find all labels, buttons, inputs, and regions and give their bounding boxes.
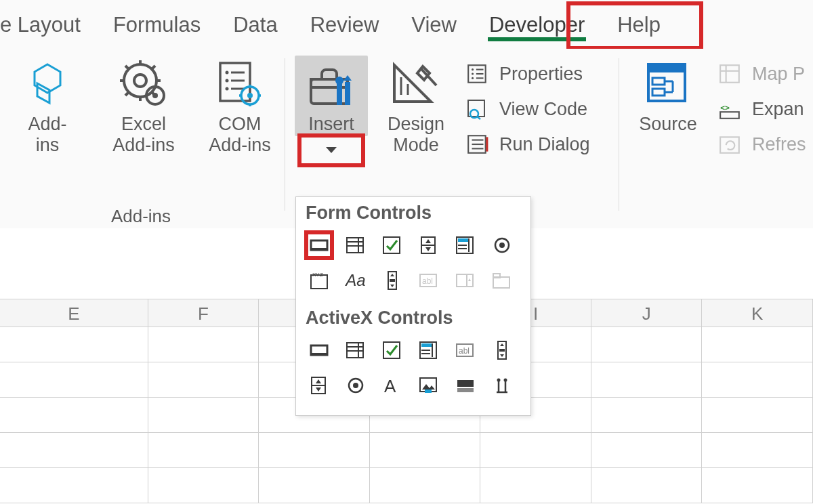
svg-rect-107 [720, 137, 739, 152]
svg-marker-89 [326, 147, 337, 153]
design-mode-label: Design Mode [388, 114, 444, 156]
run-dialog-label: Run Dialog [499, 134, 590, 155]
svg-line-65 [125, 66, 129, 70]
tab-data[interactable]: Data [217, 6, 293, 43]
run-dialog-button[interactable]: Run Dialog [464, 129, 590, 160]
svg-text:<>: <> [720, 103, 730, 112]
form-groupbox-control[interactable] [304, 266, 334, 295]
col-header-k[interactable]: K [702, 299, 813, 327]
gear-icon [115, 56, 172, 112]
refresh-data-button: Refres [717, 129, 806, 160]
expansion-packs-label: Expan [752, 99, 804, 120]
form-checkbox-control[interactable] [377, 230, 407, 260]
svg-rect-71 [220, 63, 250, 101]
tab-page-layout[interactable]: e Layout [0, 6, 97, 43]
properties-icon [464, 60, 491, 87]
group-addins-label: Add-ins [0, 206, 282, 227]
svg-rect-86 [337, 82, 342, 105]
view-code-button[interactable]: View Code [464, 93, 590, 125]
form-controls-grid: Aa [296, 230, 530, 302]
svg-rect-88 [345, 82, 350, 105]
form-label-control[interactable]: Aa [341, 266, 371, 295]
form-spinbutton-control[interactable] [414, 230, 444, 260]
form-controls-heading: Form Controls [296, 197, 530, 230]
svg-rect-98 [652, 89, 665, 96]
addins-button[interactable]: Add- ins [7, 56, 87, 156]
addins-label: Add- ins [28, 114, 66, 156]
form-combobox-control[interactable] [341, 230, 371, 260]
source-label: Source [639, 114, 697, 135]
insert-controls-button[interactable]: Insert [295, 56, 368, 136]
com-addins-label: COM Add-ins [209, 114, 271, 156]
activex-listbox[interactable] [414, 335, 444, 365]
svg-point-72 [226, 71, 229, 75]
form-listbox-control[interactable] [451, 230, 480, 260]
svg-rect-97 [652, 78, 665, 85]
insert-controls-label: Insert [308, 114, 354, 135]
insert-controls-dropdown: Form Controls Aa ActiveX Controls [295, 196, 531, 416]
expansion-packs-button[interactable]: <> Expan [717, 93, 806, 125]
excel-addins-button[interactable]: Excel Add-ins [104, 56, 184, 156]
properties-button[interactable]: Properties [464, 58, 590, 89]
tab-formulas[interactable]: Formulas [97, 6, 217, 43]
design-mode-button[interactable]: Design Mode [379, 56, 453, 156]
ribbon-tab-strip: e Layout Formulas Data Review View Devel… [0, 0, 813, 49]
form-optionbutton-control[interactable] [487, 230, 517, 260]
active-tab-underline [488, 37, 586, 41]
addins-icon [19, 56, 76, 112]
svg-rect-96 [648, 64, 685, 72]
activex-textbox[interactable] [451, 335, 480, 365]
toolbox-icon [303, 60, 360, 112]
source-icon [640, 56, 696, 112]
activex-image[interactable] [414, 371, 444, 400]
col-header-j[interactable]: J [591, 299, 703, 327]
map-properties-icon [717, 60, 744, 87]
activex-morecontrols[interactable] [487, 371, 517, 400]
form-combo-disabled [451, 266, 480, 295]
activex-scrollbar[interactable] [487, 335, 517, 365]
group-addins: Add- ins Excel Add-ins [0, 49, 282, 228]
form-tab-disabled [487, 266, 517, 295]
map-properties-label: Map P [752, 64, 805, 85]
activex-controls-heading: ActiveX Controls [296, 302, 530, 335]
group-separator-2 [619, 58, 619, 211]
activex-combobox[interactable] [341, 335, 371, 365]
highlight-box-insert-dropdown [297, 133, 365, 167]
activex-spinbutton[interactable] [304, 371, 334, 400]
refresh-icon [717, 131, 744, 158]
svg-point-70 [152, 93, 158, 98]
refresh-data-label: Refres [752, 134, 806, 155]
activex-optionbutton[interactable] [341, 371, 371, 400]
form-scrollbar-control[interactable] [377, 266, 407, 295]
tab-developer[interactable]: Developer [473, 6, 601, 43]
tab-review[interactable]: Review [294, 6, 396, 43]
svg-rect-106 [720, 112, 739, 119]
activex-checkbox[interactable] [377, 335, 407, 365]
svg-line-68 [151, 66, 155, 70]
svg-point-87 [335, 77, 343, 85]
activex-label[interactable] [377, 371, 407, 400]
view-code-icon [464, 96, 491, 123]
svg-rect-102 [720, 65, 739, 83]
com-addins-icon [211, 56, 268, 112]
activex-commandbutton[interactable] [304, 335, 334, 365]
form-textfield-disabled [414, 266, 444, 295]
tab-developer-label: Developer [489, 13, 585, 37]
expansion-packs-icon: <> [717, 96, 744, 123]
com-addins-button[interactable]: COM Add-ins [200, 56, 280, 156]
svg-point-76 [226, 87, 229, 91]
svg-point-79 [247, 93, 253, 98]
activex-controls-grid [296, 335, 530, 407]
excel-addins-label: Excel Add-ins [112, 114, 175, 156]
source-button[interactable]: Source [631, 56, 705, 135]
map-properties-button: Map P [717, 58, 806, 89]
tab-view[interactable]: View [395, 6, 473, 43]
activex-togglebutton[interactable] [451, 371, 480, 400]
svg-point-74 [226, 79, 229, 83]
col-header-e[interactable]: E [0, 299, 148, 327]
tab-help[interactable]: Help [601, 6, 677, 43]
insert-dropdown-arrow[interactable] [301, 138, 361, 161]
col-header-f[interactable]: F [148, 299, 259, 327]
form-button-control[interactable] [304, 230, 334, 260]
svg-line-67 [125, 91, 129, 96]
